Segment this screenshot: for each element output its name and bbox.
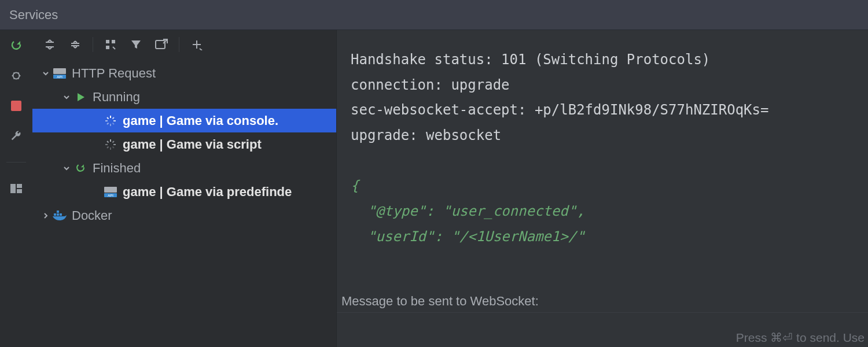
- add-icon[interactable]: [185, 33, 208, 56]
- svg-rect-9: [53, 68, 66, 74]
- svg-line-27: [113, 141, 115, 143]
- rerun-green-icon: [73, 161, 88, 176]
- open-tab-icon[interactable]: [150, 33, 173, 56]
- svg-rect-8: [156, 40, 165, 49]
- websocket-prompt-label: Message to be sent to WebSocket:: [337, 290, 868, 312]
- svg-line-25: [113, 146, 115, 148]
- spinner-icon: [103, 113, 118, 128]
- svg-rect-6: [112, 40, 115, 43]
- tree-label: game | Game via console.: [123, 113, 278, 128]
- services-tree[interactable]: API HTTP Request Running: [32, 59, 336, 347]
- tree-label: game | Game via script: [123, 137, 262, 152]
- tree-label: game | Game via predefinde: [123, 184, 292, 200]
- console-output[interactable]: Handshake status: 101 (Switching Protoco…: [337, 30, 868, 290]
- svg-text:API: API: [108, 194, 113, 197]
- wrench-icon[interactable]: [9, 128, 24, 143]
- chevron-down-icon[interactable]: [60, 164, 73, 172]
- tree-label: Docker: [72, 208, 112, 223]
- svg-rect-31: [54, 213, 56, 216]
- svg-rect-4: [17, 189, 22, 193]
- rerun-icon[interactable]: [9, 38, 24, 53]
- play-icon: [73, 90, 88, 105]
- tree-toolbar: [32, 30, 336, 59]
- spinner-icon: [103, 137, 118, 152]
- tree-node-finished[interactable]: Finished: [32, 156, 336, 180]
- services-tree-panel: API HTTP Request Running: [32, 30, 337, 347]
- tree-label: HTTP Request: [72, 66, 156, 81]
- chevron-right-icon[interactable]: [39, 212, 52, 220]
- svg-line-16: [107, 117, 109, 119]
- toolbar-separator: [93, 37, 93, 52]
- stop-icon[interactable]: [9, 98, 24, 113]
- bug-icon[interactable]: [9, 68, 24, 83]
- console-line: sec-websocket-accept: +p/lB2fd9INk98/S77…: [351, 102, 768, 118]
- layout-icon[interactable]: [9, 181, 24, 196]
- console-panel: Handshake status: 101 (Switching Protoco…: [337, 30, 868, 347]
- svg-line-19: [113, 117, 115, 119]
- send-hint: Press ⌘⏎ to send. Use: [736, 331, 865, 345]
- svg-line-18: [107, 123, 109, 124]
- services-toolwindow-titlebar: Services: [0, 0, 868, 30]
- svg-rect-5: [106, 40, 109, 43]
- svg-text:API: API: [57, 75, 62, 79]
- filter-icon[interactable]: [124, 33, 148, 56]
- svg-rect-33: [60, 213, 62, 216]
- gutter-separator: [6, 162, 26, 163]
- group-by-icon[interactable]: [99, 33, 122, 56]
- docker-icon: [52, 208, 67, 223]
- svg-rect-32: [57, 213, 59, 216]
- services-title: Services: [9, 8, 58, 23]
- tree-node-running[interactable]: Running: [32, 85, 336, 109]
- svg-rect-3: [17, 184, 22, 188]
- svg-rect-34: [57, 211, 59, 213]
- console-line: Handshake status: 101 (Switching Protoco…: [351, 51, 710, 68]
- console-line: connection: upgrade: [351, 77, 510, 93]
- svg-rect-2: [10, 184, 16, 193]
- services-gutter: [0, 30, 32, 347]
- tree-node-http-request[interactable]: API HTTP Request: [32, 61, 336, 85]
- console-json-line: "userId": "/<1UserName1>/": [351, 228, 585, 245]
- api-icon: API: [52, 66, 67, 81]
- collapse-all-icon[interactable]: [64, 33, 87, 56]
- svg-line-24: [107, 141, 109, 143]
- chevron-down-icon[interactable]: [39, 69, 52, 77]
- tree-label: Finished: [93, 161, 141, 176]
- tree-node-docker[interactable]: Docker: [32, 204, 336, 227]
- chevron-down-icon[interactable]: [60, 93, 73, 101]
- svg-line-17: [113, 123, 115, 124]
- tree-label: Running: [93, 90, 140, 105]
- toolbar-separator: [179, 37, 179, 52]
- tree-item-game-console[interactable]: game | Game via console.: [32, 109, 336, 132]
- console-json-line: "@type": "user_connected",: [351, 203, 585, 219]
- console-line: upgrade: websocket: [351, 127, 501, 143]
- api-icon: API: [103, 184, 118, 200]
- console-json-line: {: [351, 178, 359, 194]
- svg-rect-1: [11, 101, 21, 111]
- svg-line-26: [107, 146, 109, 148]
- tree-item-game-predefined[interactable]: API game | Game via predefinde: [32, 180, 336, 204]
- svg-rect-28: [104, 187, 117, 193]
- svg-rect-7: [106, 46, 109, 49]
- expand-all-icon[interactable]: [38, 33, 61, 56]
- tree-item-game-script[interactable]: game | Game via script: [32, 132, 336, 156]
